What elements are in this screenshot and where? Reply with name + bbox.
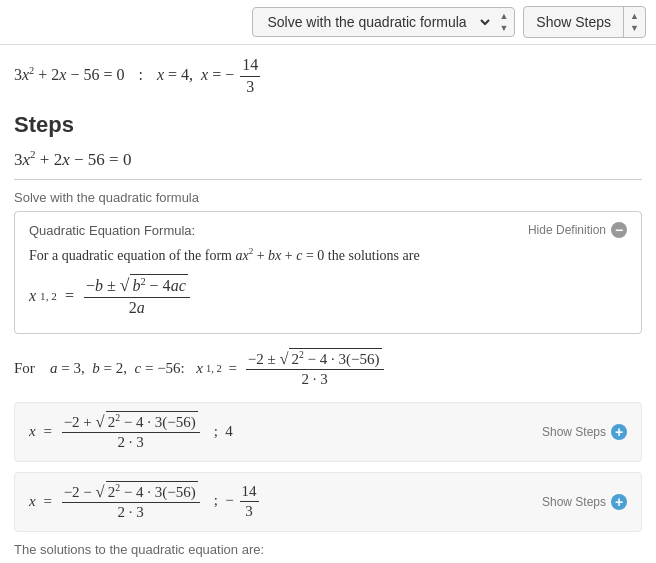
toolbar: Solve with the quadratic formula Complet… (0, 0, 656, 45)
step1-show-steps[interactable]: Show Steps + (542, 424, 627, 440)
step-box-1: x = −2 + √ 22 − 4 · 3(−56) 2 · 3 ; 4 Sho… (14, 402, 642, 462)
solutions-text: The solutions to the quadratic equation … (14, 542, 642, 557)
for-formula: x1, 2 = −2 ± √ 22 − 4 · 3(−56) 2 · 3 (196, 348, 385, 390)
hide-definition-label: Hide Definition (528, 223, 606, 237)
step2-plus-circle-icon: + (611, 494, 627, 510)
show-steps-arrows: ▲ ▼ (624, 11, 645, 33)
quadratic-box-title: Quadratic Equation Formula: (29, 223, 195, 238)
result-equation: 3x2 + 2x − 56 = 0 (14, 65, 125, 84)
minus-circle-icon: − (611, 222, 627, 238)
for-keyword: For (14, 360, 46, 377)
step2-show-steps[interactable]: Show Steps + (542, 494, 627, 510)
step2-show-label: Show Steps (542, 495, 606, 509)
for-line: For a = 3, b = 2, c = −56: x1, 2 = −2 ± … (14, 348, 642, 390)
step-box-2: x = −2 − √ 22 − 4 · 3(−56) 2 · 3 ; − 14 … (14, 472, 642, 532)
result-separator: : (135, 66, 147, 84)
quadratic-box: Quadratic Equation Formula: Hide Definit… (14, 211, 642, 334)
main-equation: 3x2 + 2x − 56 = 0 (14, 148, 642, 170)
quadratic-box-header: Quadratic Equation Formula: Hide Definit… (29, 222, 627, 238)
formula-description: For a quadratic equation of the form ax2… (29, 246, 627, 264)
solve-method-arrows: ▲ ▼ (493, 11, 514, 33)
result-solutions: x = 4, x = − 14 3 (157, 55, 262, 98)
sqrt-wrapper: √ b2 − 4ac (120, 274, 188, 297)
step1-show-label: Show Steps (542, 425, 606, 439)
show-steps-button[interactable]: Show Steps (524, 9, 623, 35)
show-steps-wrapper[interactable]: Show Steps ▲ ▼ (523, 6, 646, 38)
formula-equation: x1, 2 = −b ± √ b2 − 4ac 2a (29, 274, 627, 319)
solve-method-select[interactable]: Solve with the quadratic formula Complet… (253, 8, 493, 36)
solve-method-wrapper[interactable]: Solve with the quadratic formula Complet… (252, 7, 515, 37)
step1-equation: x = −2 + √ 22 − 4 · 3(−56) 2 · 3 ; 4 (29, 411, 233, 453)
main-content: 3x2 + 2x − 56 = 0 : x = 4, x = − 14 3 St… (0, 45, 656, 563)
step2-equation: x = −2 − √ 22 − 4 · 3(−56) 2 · 3 ; − 14 … (29, 481, 261, 523)
step1-plus-circle-icon: + (611, 424, 627, 440)
divider-1 (14, 179, 642, 180)
for-values: a = 3, b = 2, c = −56: (50, 360, 192, 377)
result-line: 3x2 + 2x − 56 = 0 : x = 4, x = − 14 3 (14, 55, 642, 98)
section-label: Solve with the quadratic formula (14, 190, 642, 205)
hide-definition-button[interactable]: Hide Definition − (528, 222, 627, 238)
steps-header: Steps (14, 112, 642, 138)
